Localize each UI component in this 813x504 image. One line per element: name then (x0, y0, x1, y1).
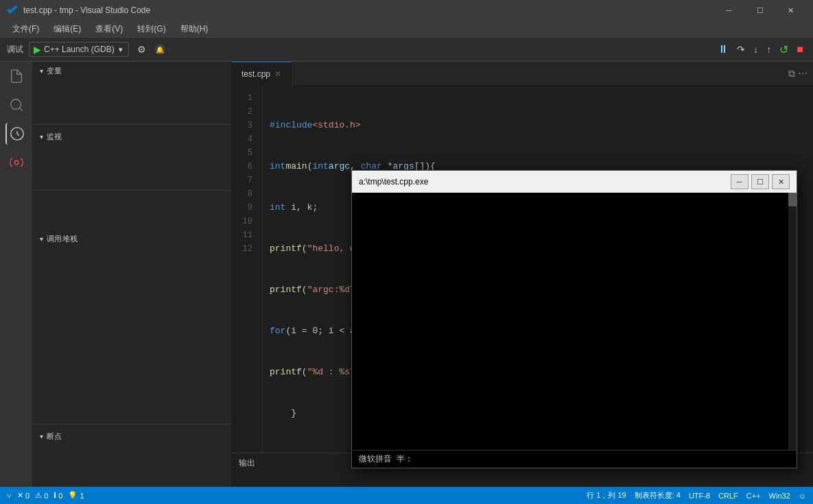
debug-label: 调试 (7, 44, 23, 56)
hint-icon: 💡 (68, 491, 78, 500)
tab-actions: ⧉ ⋯ (783, 62, 813, 85)
menu-help[interactable]: 帮助(H) (175, 22, 214, 36)
error-count[interactable]: ✕ 0 (17, 491, 30, 500)
debug-sidebar: ▾ 变量 ▾ 监视 ▾ 调用堆栈 ▾ 断点 (33, 62, 232, 487)
statusbar: ⑂ ✕ 0 ⚠ 0 ℹ 0 💡 1 行 1，列 19 制表符长度: 4 UTF-… (0, 487, 813, 504)
line-number-7: 7 (232, 173, 257, 187)
window-controls: ─ ☐ ✕ (714, 0, 806, 21)
stop-button[interactable]: ■ (794, 42, 806, 57)
session-name: C++ Launch (GDB) (44, 45, 115, 54)
language-mode[interactable]: C++ (746, 492, 761, 500)
sidebar-divider-1 (33, 124, 231, 125)
tab-label: test.cpp (241, 69, 270, 79)
error-icon: ✕ (17, 491, 23, 500)
line-number-3: 3 (232, 119, 257, 132)
console-minimize-button[interactable]: ─ (731, 174, 749, 189)
warning-count[interactable]: ⚠ 0 (35, 491, 48, 500)
warning-icon: ⚠ (35, 491, 42, 500)
console-maximize-button[interactable]: ☐ (751, 174, 769, 189)
line-number-6: 6 (232, 160, 257, 173)
tab-close-button[interactable]: ✕ (274, 69, 281, 79)
svg-point-0 (10, 99, 21, 110)
callstack-label: 调用堆栈 (47, 234, 78, 244)
git-status[interactable]: ⑂ (7, 492, 12, 500)
debug-controls: ⏸ ↷ ↓ ↑ ↺ ■ (715, 42, 806, 58)
console-content[interactable] (352, 193, 797, 450)
console-ime-text: 微软拼音 半： (359, 454, 413, 464)
pause-button[interactable]: ⏸ (715, 42, 731, 57)
window-title: test.cpp - tmp - Visual Studio Code (23, 5, 150, 15)
console-titlebar: a:\tmp\test.cpp.exe ─ ☐ ✕ (352, 171, 797, 193)
step-into-button[interactable]: ↓ (751, 43, 761, 56)
platform[interactable]: Win32 (769, 492, 790, 500)
debug-settings-button[interactable]: ⚙ (134, 43, 149, 56)
callstack-content (33, 284, 231, 421)
line-number-8: 8 (232, 187, 257, 201)
callstack-chevron: ▾ (40, 235, 44, 243)
line-number-11: 11 (232, 228, 257, 242)
step-out-button[interactable]: ↑ (764, 43, 774, 56)
restart-button[interactable]: ↺ (777, 42, 791, 58)
variables-chevron: ▾ (40, 67, 44, 75)
editor-scrollbar[interactable] (805, 86, 813, 453)
emoji-button[interactable]: ☺ (799, 492, 806, 500)
info-icon: ℹ (54, 491, 56, 500)
editor-tabs: test.cpp ✕ ⧉ ⋯ (232, 62, 813, 86)
vscode-logo (7, 5, 18, 16)
svg-line-1 (19, 108, 22, 110)
line-number-10: 10 (232, 215, 257, 228)
line-numbers: 1 2 3 4 5 6 7 8 9 10 11 12 (232, 86, 263, 453)
tab-test-cpp[interactable]: test.cpp ✕ (232, 62, 292, 85)
breakpoints-content (33, 446, 231, 487)
variables-section-header[interactable]: ▾ 变量 (33, 62, 231, 80)
menu-edit[interactable]: 编辑(E) (48, 22, 86, 36)
title-left: test.cpp - tmp - Visual Studio Code (7, 5, 150, 16)
git-icon: ⑂ (7, 492, 12, 500)
more-actions-button[interactable]: ⋯ (798, 68, 808, 79)
hint-count[interactable]: 💡 1 (68, 491, 84, 500)
sidebar-item-files[interactable] (5, 65, 27, 87)
sidebar-item-search[interactable] (5, 94, 27, 116)
minimize-button[interactable]: ─ (714, 0, 744, 21)
console-scrollbar[interactable] (788, 193, 797, 450)
variables-label: 变量 (47, 66, 62, 76)
encoding[interactable]: UTF-8 (689, 492, 710, 500)
callstack-section-header[interactable]: ▾ 调用堆栈 (33, 193, 231, 284)
maximize-button[interactable]: ☐ (744, 0, 775, 21)
line-number-1: 1 (232, 91, 257, 105)
tab-size[interactable]: 制表符长度: 4 (635, 490, 681, 501)
line-number-2: 2 (232, 105, 257, 119)
chevron-down-icon: ▼ (117, 46, 124, 53)
split-editor-button[interactable]: ⧉ (788, 68, 795, 80)
line-number-4: 4 (232, 132, 257, 146)
menu-goto[interactable]: 转到(G) (132, 22, 171, 36)
sidebar-item-debug[interactable] (5, 123, 27, 145)
console-title: a:\tmp\test.cpp.exe (359, 177, 428, 187)
line-ending[interactable]: CRLF (718, 492, 738, 500)
debug-session-selector[interactable]: ▶ C++ Launch (GDB) ▼ (29, 42, 129, 57)
sidebar-item-extensions[interactable] (5, 152, 27, 173)
titlebar: test.cpp - tmp - Visual Studio Code ─ ☐ … (0, 0, 813, 21)
status-left: ⑂ ✕ 0 ⚠ 0 ℹ 0 💡 1 (7, 491, 84, 500)
line-number-9: 9 (232, 201, 257, 215)
line-number-12: 12 (232, 242, 257, 256)
line-number-5: 5 (232, 146, 257, 160)
svg-point-2 (14, 160, 19, 165)
menubar: 文件(F) 编辑(E) 查看(V) 转到(G) 帮助(H) (0, 21, 813, 38)
menu-file[interactable]: 文件(F) (7, 22, 45, 36)
console-close-button[interactable]: ✕ (772, 174, 790, 189)
variables-content (33, 80, 231, 121)
menu-view[interactable]: 查看(V) (90, 22, 128, 36)
console-scrollbar-thumb[interactable] (788, 193, 797, 206)
close-button[interactable]: ✕ (775, 0, 806, 21)
watch-content (33, 146, 231, 187)
sidebar-divider-3 (33, 424, 231, 424)
status-right: 行 1，列 19 制表符长度: 4 UTF-8 CRLF C++ Win32 ☺ (587, 490, 806, 501)
code-line-1: #include <stdio.h> (270, 119, 798, 132)
breakpoints-section-header[interactable]: ▾ 断点 (33, 427, 231, 446)
cursor-position[interactable]: 行 1，列 19 (587, 490, 626, 501)
info-count[interactable]: ℹ 0 (54, 491, 62, 500)
watch-chevron: ▾ (40, 133, 44, 141)
step-over-button[interactable]: ↷ (734, 43, 748, 56)
watch-section-header[interactable]: ▾ 监视 (33, 128, 231, 146)
